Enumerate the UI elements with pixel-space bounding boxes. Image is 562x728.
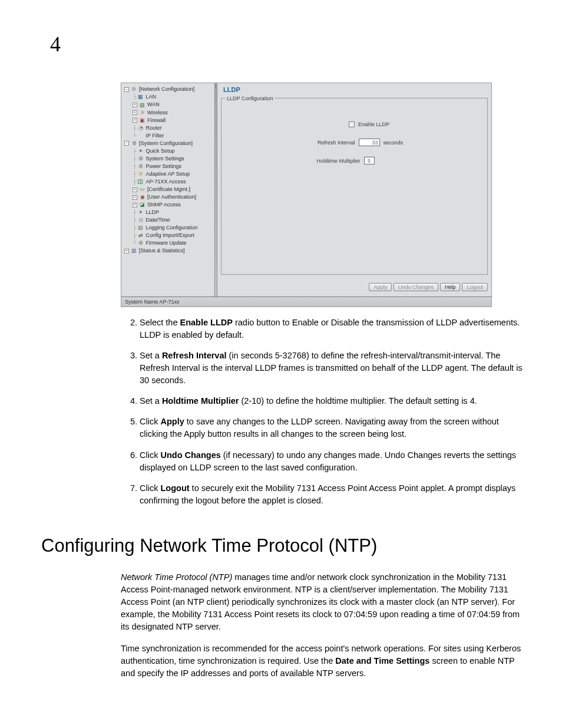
- nav-datetime[interactable]: ├◷Date/Time: [123, 216, 213, 224]
- cert-icon: ▭: [139, 186, 146, 193]
- steps-list: Select the Enable LLDP radio button to E…: [121, 317, 527, 506]
- power-icon: ⚙: [137, 163, 144, 170]
- lldp-screenshot: −⛭[Network Configuration] ├▦LAN +▧WAN +⚞…: [121, 83, 492, 307]
- nav-network-config[interactable]: −⛭[Network Configuration]: [123, 85, 213, 93]
- nav-firewall[interactable]: +▣Firewall: [123, 117, 213, 124]
- nav-router[interactable]: ├◔Router: [123, 124, 213, 132]
- chapter-number: 4: [50, 29, 527, 59]
- holdtime-multiplier-input[interactable]: [364, 157, 375, 164]
- lldp-panel: LLDP LLDP Configuration Enable LLDP Refr…: [217, 83, 491, 296]
- firewall-icon: ▣: [139, 117, 146, 124]
- refresh-interval-input[interactable]: [359, 139, 380, 146]
- nav-cert-mgmt[interactable]: +▭[Certificate Mgmt.]: [123, 186, 213, 193]
- quick-icon: ✦: [137, 148, 144, 154]
- nav-lan[interactable]: ├▦LAN: [123, 93, 213, 101]
- nav-lldp[interactable]: ├✶LLDP: [123, 209, 213, 216]
- ntp-para-1: Network Time Protocol (NTP) manages time…: [121, 571, 527, 633]
- lldp-icon: ✶: [137, 209, 144, 216]
- router-icon: ◔: [137, 125, 144, 131]
- help-button[interactable]: Help: [440, 283, 461, 291]
- wan-icon: ▧: [139, 102, 146, 108]
- fieldset-legend: LLDP Configuration: [225, 95, 275, 103]
- enable-lldp-row: Enable LLDP: [229, 121, 480, 129]
- impexp-icon: ⇄: [137, 232, 144, 239]
- ipfilter-icon: [137, 133, 144, 139]
- log-icon: ▤: [137, 225, 144, 231]
- lan-icon: ▦: [137, 94, 144, 100]
- ap71xx-icon: ⚿: [137, 179, 144, 185]
- button-bar: Apply Undo Changes Help Logout: [221, 275, 488, 293]
- snmp-icon: ◪: [139, 202, 146, 208]
- wireless-icon: ⚞: [139, 110, 146, 116]
- status-bar: System Name AP-71xx: [121, 297, 491, 307]
- nav-power-settings[interactable]: ├⚙Power Settings: [123, 163, 213, 170]
- nav-firmware[interactable]: └⚙Firmware Update: [123, 239, 213, 247]
- splitter[interactable]: • •: [214, 83, 217, 296]
- step-2: Select the Enable LLDP radio button to E…: [140, 317, 527, 341]
- nav-log-config[interactable]: ├▤Logging Configuration: [123, 224, 213, 232]
- step-3: Set a Refresh Interval (in seconds 5-327…: [140, 350, 527, 387]
- nav-ap71xx[interactable]: ├⚿AP-71XX Access: [123, 178, 213, 186]
- ntp-para-2: Time synchronization is recommended for …: [121, 643, 527, 680]
- holdtime-multiplier-row: Holdtime Multiplier: [229, 157, 480, 164]
- nav-sys-settings[interactable]: ├⚙System Settings: [123, 155, 213, 163]
- nav-adaptive-ap[interactable]: ├⚞Adaptive AP Setup: [123, 170, 213, 178]
- adaptive-icon: ⚞: [137, 171, 144, 177]
- step-6: Click Undo Changes (if necessary) to und…: [140, 449, 527, 474]
- network-icon: ⛭: [131, 86, 137, 93]
- section-heading-ntp: Configuring Network Time Protocol (NTP): [41, 533, 527, 558]
- stats-icon: ▥: [131, 248, 137, 254]
- step-7: Click Logout to securely exit the Mobili…: [140, 482, 527, 507]
- firmware-icon: ⚙: [137, 240, 144, 246]
- settings-icon: ⚙: [137, 156, 144, 162]
- nav-snmp[interactable]: +◪SNMP Access: [123, 201, 213, 209]
- nav-user-auth[interactable]: +◉[User Authentication]: [123, 193, 213, 201]
- nav-wan[interactable]: +▧WAN: [123, 101, 213, 108]
- refresh-interval-unit: seconds: [384, 139, 419, 147]
- clock-icon: ◷: [137, 217, 144, 223]
- nav-wireless[interactable]: +⚞Wireless: [123, 109, 213, 117]
- nav-tree: −⛭[Network Configuration] ├▦LAN +▧WAN +⚞…: [121, 83, 214, 296]
- nav-system-config[interactable]: −⚙[System Configuration]: [123, 140, 213, 147]
- nav-quick-setup[interactable]: ├✦Quick Setup: [123, 147, 213, 155]
- step-5: Click Apply to save any changes to the L…: [140, 416, 527, 440]
- system-icon: ⚙: [131, 140, 137, 147]
- step-4: Set a Holdtime Multiplier (2-10) to defi…: [140, 395, 527, 407]
- lldp-config-fieldset: LLDP Configuration Enable LLDP Refresh I…: [221, 98, 488, 275]
- enable-lldp-checkbox[interactable]: [349, 121, 355, 127]
- logout-button[interactable]: Logout: [462, 283, 488, 291]
- undo-changes-button[interactable]: Undo Changes: [394, 283, 438, 291]
- holdtime-multiplier-label: Holdtime Multiplier: [296, 157, 361, 165]
- refresh-interval-label: Refresh Interval: [290, 139, 355, 147]
- nav-status-stats[interactable]: +▥[Status & Statistics]: [123, 247, 213, 255]
- apply-button[interactable]: Apply: [369, 283, 392, 291]
- nav-ipfilter[interactable]: └IP Filter: [123, 132, 213, 140]
- enable-lldp-label: Enable LLDP: [358, 121, 389, 129]
- refresh-interval-row: Refresh Interval seconds: [229, 139, 480, 146]
- nav-config-impexp[interactable]: ├⇄Config Import/Export: [123, 232, 213, 239]
- userauth-icon: ◉: [139, 194, 146, 200]
